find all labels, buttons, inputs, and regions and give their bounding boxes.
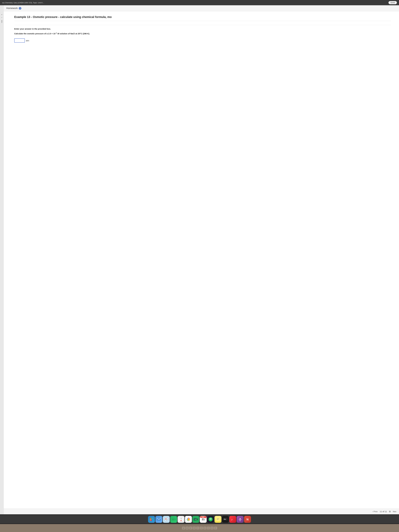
- dock-item-notes[interactable]: [215, 516, 222, 523]
- dock-item-podcasts[interactable]: [237, 516, 244, 523]
- dock-item-facetime[interactable]: [170, 516, 177, 523]
- dock-icon-safari: [163, 516, 170, 523]
- dock-item-safari[interactable]: [163, 516, 170, 523]
- key-o[interactable]: O: [210, 527, 214, 530]
- top-bar: ory Chemistry I (lec) (CHEM-1305-7Z3), T…: [0, 0, 399, 5]
- unit-label: atm: [26, 39, 29, 42]
- key-u[interactable]: U: [203, 527, 207, 530]
- key-t[interactable]: T: [196, 527, 199, 530]
- dock-item-mail[interactable]: [155, 516, 162, 523]
- svg-point-48: [240, 518, 241, 519]
- svg-point-0: [150, 518, 151, 519]
- key-w[interactable]: W: [185, 527, 189, 530]
- dock-icon-facetime: [170, 516, 177, 523]
- svg-rect-27: [188, 518, 189, 519]
- svg-point-1: [151, 518, 152, 519]
- dock-icon-launchpad: [148, 516, 155, 523]
- dock-icon-facetime-video: 📹: [192, 516, 199, 523]
- dock-icon-calendar: MAR 21 1: [200, 516, 207, 523]
- dock-item-appletv[interactable]: ✦tv: [222, 516, 229, 523]
- svg-point-3: [150, 519, 151, 520]
- dock-item-reminders[interactable]: !: [177, 516, 184, 523]
- svg-point-38: [209, 517, 213, 521]
- calendar-day: 21: [202, 518, 205, 521]
- dock-item-music[interactable]: ♪: [229, 516, 236, 523]
- dock-item-spotify[interactable]: [207, 516, 214, 523]
- dock-icon-spotify: [207, 516, 214, 523]
- dock-item-news[interactable]: N: [244, 516, 251, 523]
- sidebar-tab-t[interactable]: t: [0, 16, 3, 19]
- sidebar-tab-k[interactable]: k: [0, 13, 3, 16]
- page-separator: of: [382, 510, 385, 513]
- key-i[interactable]: I: [207, 527, 210, 530]
- svg-text:N: N: [247, 518, 249, 521]
- key-r[interactable]: R: [193, 527, 196, 530]
- svg-point-7: [151, 520, 152, 521]
- instruction-text: Enter your answer in the provided box.: [14, 28, 391, 30]
- next-button[interactable]: Nex: [393, 510, 396, 513]
- dock-icon-photos: [185, 516, 192, 523]
- svg-point-4: [151, 519, 152, 520]
- chevron-left-icon: ‹: [372, 510, 373, 513]
- calendar-badge: 1: [204, 516, 207, 518]
- dock-item-facetime-video[interactable]: 📹: [192, 516, 199, 523]
- svg-rect-28: [188, 520, 189, 521]
- svg-point-26: [188, 519, 189, 520]
- svg-point-6: [150, 520, 151, 521]
- homework-header: Homework i: [4, 5, 399, 11]
- dock-icon-music: ♪: [229, 516, 236, 523]
- prev-button[interactable]: ‹ Prev: [372, 510, 378, 513]
- answer-row: atm: [14, 38, 391, 43]
- svg-line-49: [240, 520, 240, 521]
- question-text: Calculate the osmotic pressure of a 2.0 …: [14, 32, 391, 35]
- key-p[interactable]: P: [214, 527, 217, 530]
- saved-badge: Saved: [388, 1, 397, 4]
- main-wrapper: k t nces Homework i Example 13 - Osmotic…: [0, 5, 399, 514]
- svg-rect-30: [189, 519, 190, 519]
- content-area: Homework i Example 13 - Osmotic pressure…: [4, 5, 399, 514]
- info-icon[interactable]: i: [19, 7, 21, 10]
- page-info: 11 of 11: [380, 510, 387, 513]
- svg-point-5: [152, 519, 153, 520]
- sidebar-tab-nces[interactable]: nces: [0, 19, 3, 24]
- page-total: 11: [385, 510, 387, 513]
- svg-point-2: [152, 518, 153, 519]
- svg-rect-39: [216, 518, 220, 521]
- dock-icon-appletv: ✦tv: [222, 516, 229, 523]
- answer-input[interactable]: [14, 38, 25, 43]
- dock-container: !: [0, 514, 399, 524]
- dock-icon-notes: [215, 516, 222, 523]
- dock: !: [0, 515, 399, 523]
- sidebar: k t nces: [0, 5, 4, 514]
- svg-marker-36: [197, 518, 198, 520]
- keyboard-row: Q W E R T Y U I O P: [182, 527, 217, 530]
- dock-icon-podcasts: [237, 516, 244, 523]
- dock-item-launchpad[interactable]: [148, 516, 155, 523]
- grid-icon[interactable]: ⊞: [389, 510, 391, 513]
- svg-point-15: [166, 519, 167, 520]
- svg-text:!: !: [181, 520, 181, 521]
- dock-icon-news: N: [244, 516, 251, 523]
- keyboard-area: Q W E R T Y U I O P: [0, 524, 399, 532]
- homework-title: Homework: [6, 7, 18, 10]
- svg-point-8: [152, 520, 153, 521]
- svg-text:✦tv: ✦tv: [223, 518, 226, 520]
- page-title: ory Chemistry I (lec) (CHEM-1305-7Z3), T…: [2, 2, 44, 4]
- dock-item-calendar[interactable]: MAR 21 1: [200, 516, 207, 523]
- example-title: Example 13 - Osmotic pressure - calculat…: [14, 15, 391, 21]
- bottom-nav: ‹ Prev 11 of 11 ⊞ Nex: [4, 508, 399, 514]
- prev-label: Prev: [374, 510, 378, 513]
- svg-point-19: [172, 519, 173, 520]
- svg-text:♪: ♪: [231, 518, 233, 521]
- key-q[interactable]: Q: [182, 527, 185, 530]
- svg-marker-17: [175, 518, 176, 520]
- key-y[interactable]: Y: [200, 527, 203, 530]
- key-e[interactable]: E: [189, 527, 192, 530]
- question-container: Example 13 - Osmotic pressure - calculat…: [4, 11, 399, 508]
- page-current: 11: [380, 510, 382, 513]
- dock-item-photos[interactable]: [185, 516, 192, 523]
- dock-icon-mail: [155, 516, 162, 523]
- svg-text:📹: 📹: [194, 518, 197, 520]
- svg-rect-29: [187, 519, 188, 519]
- dock-icon-reminders: !: [177, 516, 184, 523]
